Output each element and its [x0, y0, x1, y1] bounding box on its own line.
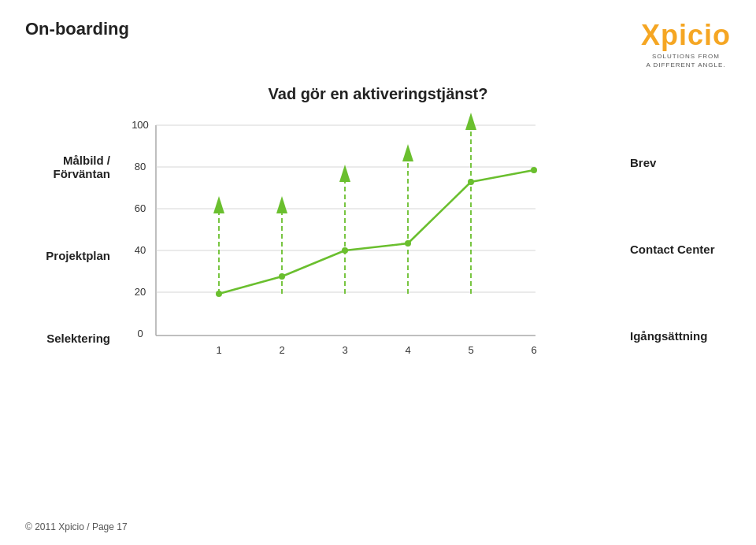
svg-marker-28 — [465, 113, 476, 130]
left-label-projektplan: Projektplan — [16, 249, 110, 262]
svg-text:2: 2 — [279, 344, 284, 356]
svg-text:5: 5 — [468, 344, 473, 356]
subtitle: Vad gör en aktiveringstjänst? — [0, 85, 756, 103]
svg-marker-22 — [276, 196, 287, 213]
svg-point-32 — [405, 240, 411, 247]
svg-text:20: 20 — [135, 286, 146, 298]
chart-svg: 100 80 60 40 20 0 1 2 3 4 5 6 — [118, 111, 551, 379]
svg-text:4: 4 — [405, 344, 410, 356]
footer-text: © 2011 Xpicio / Page 17 — [25, 521, 128, 532]
right-labels: Brev Contact Center Igångsättning — [614, 119, 740, 379]
svg-marker-26 — [402, 144, 413, 161]
svg-text:80: 80 — [135, 161, 146, 172]
svg-point-31 — [342, 247, 348, 254]
logo-text: Xpicio — [641, 19, 731, 52]
footer: © 2011 Xpicio / Page 17 — [25, 521, 128, 532]
svg-text:1: 1 — [216, 344, 221, 356]
logo: Xpicio SOLUTIONS FROM A DIFFERENT ANGLE. — [641, 19, 731, 69]
svg-text:6: 6 — [531, 344, 536, 356]
svg-text:40: 40 — [135, 244, 146, 256]
svg-text:100: 100 — [132, 119, 149, 131]
chart-wrapper: 100 80 60 40 20 0 1 2 3 4 5 6 — [118, 111, 614, 379]
left-label-malmild: Målbild / Förväntan — [16, 154, 110, 180]
chart-section: Målbild / Förväntan Projektplan Selekter… — [0, 111, 756, 379]
svg-point-29 — [216, 291, 222, 297]
header: On-boarding Xpicio SOLUTIONS FROM A DIFF… — [0, 0, 756, 69]
page-title: On-boarding — [25, 19, 129, 39]
svg-text:60: 60 — [135, 202, 146, 214]
right-label-contact-center: Contact Center — [630, 243, 740, 256]
svg-point-30 — [279, 273, 285, 280]
left-labels: Målbild / Förväntan Projektplan Selekter… — [16, 119, 118, 379]
right-label-igangsattning: Igångsättning — [630, 329, 740, 343]
logo-subtitle: SOLUTIONS FROM A DIFFERENT ANGLE. — [646, 52, 725, 69]
left-label-selektering: Selektering — [16, 332, 110, 345]
svg-point-33 — [468, 179, 474, 185]
svg-text:3: 3 — [342, 344, 347, 356]
svg-marker-20 — [213, 196, 224, 213]
svg-text:0: 0 — [137, 328, 143, 339]
svg-point-34 — [531, 167, 537, 173]
right-label-brev: Brev — [630, 156, 740, 169]
